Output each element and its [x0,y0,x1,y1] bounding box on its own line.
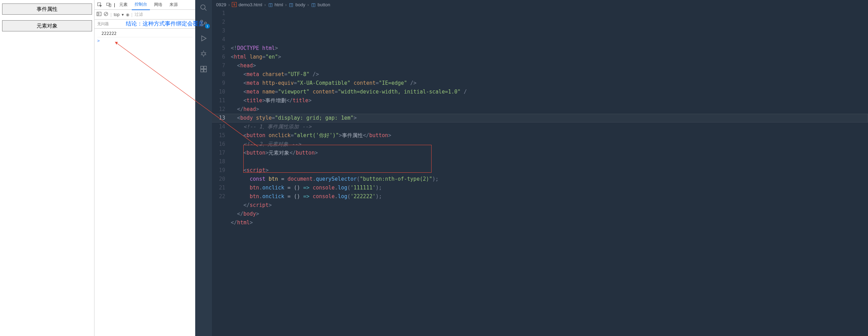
svg-line-18 [201,54,202,55]
source-control-icon[interactable] [199,18,208,28]
breadcrumb-html[interactable]: ◫html [268,2,283,7]
breadcrumb-file[interactable]: 5demo3.html [232,2,262,7]
vscode-panel: 0929 › 5demo3.html › ◫html › ◫body › ◫bu… [195,0,868,336]
svg-marker-12 [202,36,206,41]
activity-bar [195,0,212,336]
svg-line-17 [205,52,206,53]
devtools-tab-bar: | 元素 控制台 网络 来源 [94,0,195,10]
svg-point-11 [205,22,207,24]
console-filter-bar: 无问题 结论：这种方式事件绑定会覆盖 [94,20,195,29]
code-content[interactable]: <!DOCTYPE html><html lang="en"> <head> <… [231,9,868,336]
context-selector[interactable]: top [114,12,120,17]
html5-icon: 5 [232,2,237,7]
annotation-text: 结论：这种方式事件绑定会覆盖 [126,20,204,28]
svg-line-16 [201,52,202,53]
extensions-icon[interactable] [199,64,208,74]
svg-point-10 [201,24,203,26]
line-number-gutter: 12345678910111213141516171819202122 [212,9,231,336]
browser-page-panel: 事件属性 元素对象 [0,0,94,336]
breadcrumb-body[interactable]: ◫body [289,2,305,7]
tab-console[interactable]: 控制台 [132,0,150,10]
eye-icon[interactable]: ◉ [126,12,129,17]
inspect-icon[interactable] [96,1,104,9]
divider: | [111,12,112,17]
chevron-right-icon: › [228,2,230,7]
event-attr-button[interactable]: 事件属性 [2,3,92,15]
console-output-line: 222222 [97,30,192,37]
svg-rect-23 [204,66,206,69]
svg-rect-20 [201,66,203,69]
svg-rect-22 [204,69,206,72]
svg-line-8 [205,9,207,11]
chevron-right-icon: › [285,2,287,7]
console-toolbar: | top ▾ ◉ | 过滤 [94,10,195,20]
chevron-down-icon[interactable]: ▾ [122,12,124,17]
tab-network[interactable]: 网络 [151,0,165,10]
breadcrumb: 0929 › 5demo3.html › ◫html › ◫body › ◫bu… [212,0,868,9]
search-icon[interactable] [199,3,208,13]
chevron-right-icon: › [264,2,266,7]
device-toggle-icon[interactable] [105,1,113,9]
svg-line-19 [205,54,206,55]
tab-elements[interactable]: 元素 [116,0,130,10]
console-body[interactable]: 222222 > [94,29,195,336]
tab-sources[interactable]: 来源 [167,0,181,10]
devtools-panel: | 元素 控制台 网络 来源 | top ▾ ◉ | 过滤 无问题 结论：这种方… [94,0,195,336]
svg-rect-21 [201,69,203,72]
svg-point-7 [201,5,205,9]
breadcrumb-folder[interactable]: 0929 [216,2,226,7]
chevron-right-icon: › [307,2,309,7]
divider: | [131,12,132,17]
cube-icon: ◫ [311,2,316,7]
svg-line-6 [105,13,107,15]
sidebar-toggle-icon[interactable] [97,12,101,17]
svg-rect-3 [97,12,101,16]
editor-area: 0929 › 5demo3.html › ◫html › ◫body › ◫bu… [212,0,868,336]
cube-icon: ◫ [289,2,294,7]
breadcrumb-button[interactable]: ◫button [311,2,330,7]
svg-point-9 [201,20,203,22]
divider: | [114,2,115,7]
element-object-button[interactable]: 元素对象 [2,20,92,31]
svg-point-13 [202,52,205,55]
console-prompt[interactable]: > [97,37,192,44]
run-debug-icon[interactable] [199,33,208,43]
debug-icon[interactable] [199,49,208,59]
code-editor[interactable]: 12345678910111213141516171819202122 <!DO… [212,9,868,336]
clear-console-icon[interactable] [104,12,108,17]
cube-icon: ◫ [268,2,273,7]
no-issues-label: 无问题 [97,21,109,27]
filter-input[interactable]: 过滤 [135,12,143,17]
